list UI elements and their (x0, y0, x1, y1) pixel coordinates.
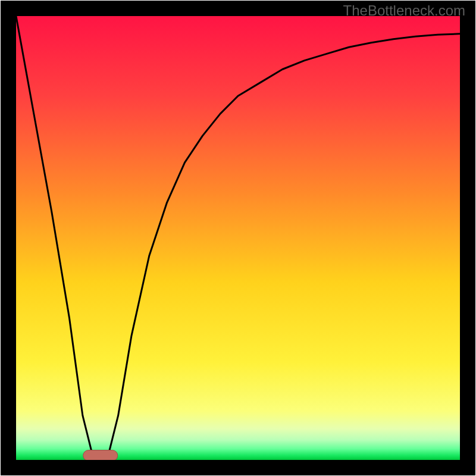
optimal-point-marker (83, 450, 118, 461)
attribution-label: TheBottleneck.com (343, 2, 465, 19)
plot-background (16, 16, 460, 460)
bottleneck-chart (0, 0, 476, 476)
chart-container: TheBottleneck.com (0, 0, 476, 476)
